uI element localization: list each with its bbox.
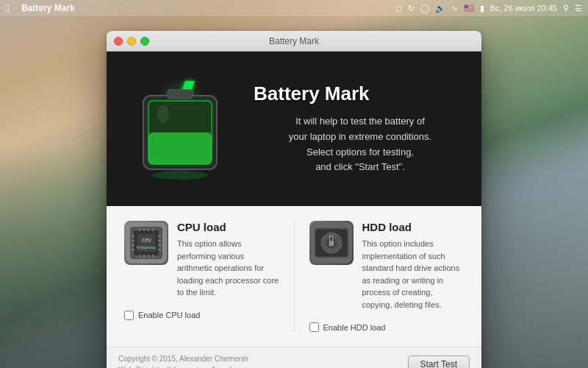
svg-rect-17 <box>132 240 135 241</box>
footer: Copyright © 2015, Alexander Chernenin We… <box>107 347 481 368</box>
svg-rect-24 <box>139 228 140 231</box>
svg-rect-25 <box>143 228 145 231</box>
menubar-left:  Battery Mark <box>6 2 75 14</box>
battery-icon: ▮ <box>480 4 484 13</box>
cpu-option-desc: This option allows performing various ar… <box>177 238 279 299</box>
cpu-checkbox-container: Enable CPU load <box>124 311 279 320</box>
hero-desc-line4: and click "Start Test". <box>315 161 405 172</box>
titlebar: Battery Mark <box>107 31 481 52</box>
hero-desc-line1: It will help to test the battery of <box>295 116 425 127</box>
options-divider <box>294 221 295 332</box>
svg-rect-27 <box>152 228 154 231</box>
close-button[interactable] <box>114 37 123 46</box>
cpu-checkbox[interactable] <box>124 311 134 320</box>
menubar-right: ◻ ↻ ◯ 🔊 ∿ 🇺🇸 ▮ Вс, 26 июля 20:45 ⚲ ☰ <box>395 4 582 13</box>
menubar:  Battery Mark ◻ ↻ ◯ 🔊 ∿ 🇺🇸 ▮ Вс, 26 июл… <box>0 0 588 16</box>
svg-rect-28 <box>139 255 140 258</box>
hdd-option-desc: This option includes implementation of s… <box>362 238 465 311</box>
cpu-icon: CPU Frequency <box>124 221 168 265</box>
cpu-option: CPU Frequency CPU load This option allow… <box>124 221 279 332</box>
copyright-line2: Web Site: http://chernenin.ru/bmark <box>118 364 248 368</box>
options-section: CPU Frequency CPU load This option allow… <box>107 206 481 347</box>
hero-text: Battery Mark It will help to test the ba… <box>254 82 467 175</box>
app-window: Battery Mark <box>107 31 481 368</box>
svg-rect-8 <box>148 132 212 164</box>
hdd-icon:  <box>309 221 354 265</box>
volume-icon: 🔊 <box>435 4 445 13</box>
svg-text::  <box>329 233 334 249</box>
svg-rect-16 <box>132 236 135 237</box>
svg-rect-30 <box>148 255 149 258</box>
dropbox-icon: ◻ <box>395 4 402 13</box>
hdd-option-header:  HDD load This option includes implemen… <box>309 221 465 311</box>
svg-rect-23 <box>158 249 161 250</box>
traffic-lights <box>114 37 149 46</box>
hero-section: Battery Mark It will help to test the ba… <box>107 52 481 206</box>
footer-copyright: Copyright © 2015, Alexander Chernenin We… <box>118 353 248 368</box>
hdd-option-title: HDD load <box>362 221 465 233</box>
search-icon[interactable]: ⚲ <box>563 4 569 13</box>
datetime: Вс, 26 июля 20:45 <box>490 4 557 13</box>
svg-point-10 <box>157 105 169 123</box>
hdd-checkbox-container: Enable HDD load <box>309 322 465 332</box>
svg-rect-20 <box>158 236 161 237</box>
flag-icon: 🇺🇸 <box>464 4 474 13</box>
svg-rect-31 <box>152 255 154 258</box>
sync-icon: ↻ <box>408 4 415 13</box>
start-test-button[interactable]: Start Test <box>408 355 470 368</box>
apple-icon[interactable]:  <box>6 2 10 14</box>
hdd-option-content: HDD load This option includes implementa… <box>362 221 465 311</box>
desktop:  Battery Mark ◻ ↻ ◯ 🔊 ∿ 🇺🇸 ▮ Вс, 26 июл… <box>0 0 588 368</box>
svg-rect-26 <box>148 228 149 231</box>
cpu-option-header: CPU Frequency CPU load This option allow… <box>124 221 279 299</box>
hdd-option:  HDD load This option includes implemen… <box>309 221 465 332</box>
svg-rect-18 <box>132 244 135 246</box>
hero-desc-line3: Select options for testing, <box>306 146 414 158</box>
copyright-line1: Copyright © 2015, Alexander Chernenin <box>118 353 248 364</box>
svg-rect-21 <box>158 240 161 241</box>
svg-text:Frequency: Frequency <box>136 245 156 250</box>
cpu-option-content: CPU load This option allows performing v… <box>177 221 279 299</box>
hdd-checkbox-label[interactable]: Enable HDD load <box>323 323 386 332</box>
svg-rect-22 <box>158 244 161 246</box>
menu-icon[interactable]: ☰ <box>575 4 582 13</box>
window-title: Battery Mark <box>269 36 319 46</box>
maximize-button[interactable] <box>140 37 149 46</box>
svg-rect-19 <box>132 249 135 250</box>
cpu-checkbox-label[interactable]: Enable CPU load <box>138 311 200 319</box>
svg-rect-29 <box>143 255 145 258</box>
hdd-checkbox[interactable] <box>309 322 319 332</box>
hero-description: It will help to test the battery of your… <box>254 114 467 175</box>
svg-point-11 <box>152 171 208 180</box>
svg-text:CPU: CPU <box>142 238 151 244</box>
svg-rect-3 <box>168 90 193 99</box>
hero-title: Battery Mark <box>254 82 467 105</box>
cpu-option-title: CPU load <box>177 221 279 233</box>
minimize-button[interactable] <box>127 37 136 46</box>
clock-icon: ◯ <box>420 4 429 13</box>
menubar-app-name: Battery Mark <box>21 3 75 13</box>
hero-desc-line2: your laptop in extreme conditions. <box>289 131 431 142</box>
battery-illustration <box>121 66 239 191</box>
wifi-icon: ∿ <box>451 4 458 13</box>
